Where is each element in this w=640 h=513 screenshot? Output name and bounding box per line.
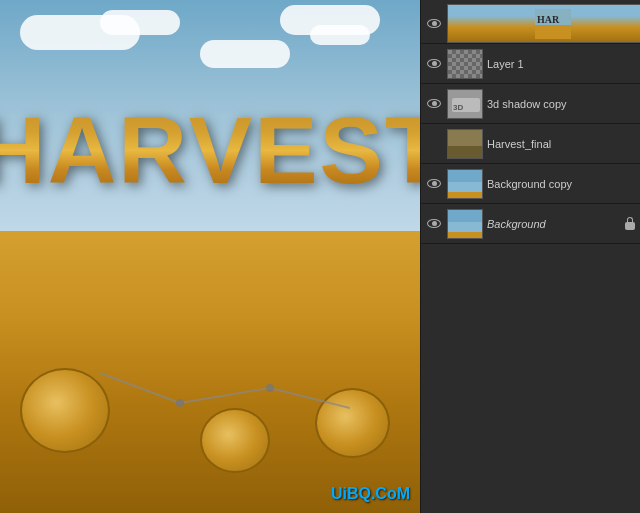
svg-rect-6	[535, 25, 571, 39]
cloud-3	[200, 40, 290, 68]
chain-wire	[100, 353, 350, 433]
layer-thumb-background	[447, 209, 483, 239]
svg-text:3D: 3D	[453, 103, 463, 112]
layer-thumb-layer1	[447, 49, 483, 79]
svg-point-4	[266, 384, 274, 392]
eye-shape-6	[427, 219, 441, 228]
layer-label-harvest-final: Harvest_final	[487, 138, 636, 150]
layer-thumb-harvest-final	[447, 129, 483, 159]
layers-panel: HAR HARVEST shadow Layer 1	[420, 0, 640, 513]
svg-line-1	[180, 388, 270, 403]
svg-text:HAR: HAR	[537, 14, 560, 25]
layer-item-layer1[interactable]: Layer 1	[421, 44, 640, 84]
letter-h: H	[0, 103, 46, 198]
layer-label-3d-shadow: 3d shadow copy	[487, 98, 636, 110]
eye-pupil-3	[432, 101, 437, 106]
eye-shape-5	[427, 179, 441, 188]
visibility-icon-harvest-shadow[interactable]	[425, 15, 443, 33]
layer-thumb-bg-copy	[447, 169, 483, 199]
visibility-icon-3d-shadow[interactable]	[425, 95, 443, 113]
app-container: H A R V E S T UiBQ.CoM	[0, 0, 640, 513]
layer-label-background: Background	[487, 218, 620, 230]
letter-e: E	[254, 103, 317, 198]
svg-rect-17	[448, 222, 483, 232]
ground-area	[0, 231, 420, 513]
lock-shackle	[627, 217, 633, 222]
svg-point-3	[176, 399, 184, 407]
eye-pupil-2	[432, 61, 437, 66]
eye-shape-2	[427, 59, 441, 68]
harvest-image: H A R V E S T UiBQ.CoM	[0, 0, 420, 513]
layer-thumb-harvest-shadow: HAR	[447, 4, 640, 43]
lock-icon-background	[624, 217, 636, 231]
layer-item-harvest-shadow[interactable]: HAR HARVEST shadow	[421, 4, 640, 44]
layer-item-harvest-final[interactable]: Harvest_final	[421, 124, 640, 164]
svg-rect-13	[448, 170, 483, 182]
eye-shape	[427, 19, 441, 28]
letter-t: T	[385, 103, 420, 198]
svg-line-2	[270, 388, 350, 408]
visibility-icon-background[interactable]	[425, 215, 443, 233]
eye-pupil-6	[432, 221, 437, 226]
letter-v: V	[189, 103, 252, 198]
eye-pupil-5	[432, 181, 437, 186]
layer-thumb-3d-shadow: 3D	[447, 89, 483, 119]
cloud-5	[280, 5, 380, 35]
watermark: UiBQ.CoM	[331, 485, 410, 503]
svg-rect-14	[448, 182, 483, 192]
layer-item-3d-shadow[interactable]: 3D 3d shadow copy	[421, 84, 640, 124]
layer-item-bg-copy[interactable]: Background copy	[421, 164, 640, 204]
layer-item-background[interactable]: Background	[421, 204, 640, 244]
lock-body	[625, 222, 635, 230]
svg-rect-15	[448, 192, 483, 199]
visibility-icon-layer1[interactable]	[425, 55, 443, 73]
svg-rect-16	[448, 210, 483, 222]
visibility-icon-bg-copy[interactable]	[425, 175, 443, 193]
letter-r: R	[118, 103, 187, 198]
harvest-letters: H A R V E S T	[0, 103, 420, 198]
letter-s: S	[320, 103, 383, 198]
hay-bale-1	[20, 368, 110, 453]
visibility-off-harvest-final[interactable]	[425, 135, 443, 153]
layer-label-layer1: Layer 1	[487, 58, 636, 70]
svg-rect-18	[448, 232, 483, 239]
svg-line-0	[100, 373, 180, 403]
svg-rect-12	[448, 146, 483, 159]
letter-a: A	[48, 103, 117, 198]
canvas-area: H A R V E S T UiBQ.CoM	[0, 0, 420, 513]
cloud-2	[100, 10, 180, 35]
eye-pupil	[432, 21, 437, 26]
eye-shape-3	[427, 99, 441, 108]
layer-label-bg-copy: Background copy	[487, 178, 636, 190]
